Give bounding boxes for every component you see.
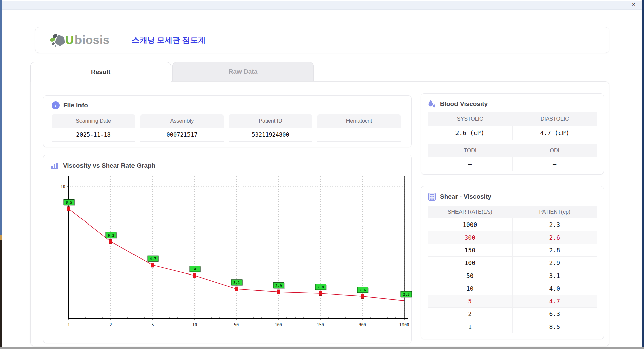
- field-label: Assembly: [140, 114, 224, 128]
- file-info-panel: i File Info Scanning Date 2025-11-18 Ass…: [43, 95, 412, 147]
- window-titlebar: [0, 1, 644, 10]
- shear-viscosity-title-row: Shear - Viscosity: [428, 192, 604, 201]
- x-axis-tick-label: 50: [234, 322, 239, 327]
- file-info-fields: Scanning Date 2025-11-18 Assembly 000721…: [52, 114, 411, 142]
- systolic-diastolic-group: SYSTOLIC DIASTOLIC 2.6 (cP) 4.7 (cP): [428, 112, 597, 140]
- graph-title-row: Viscosity vs Shear Rate Graph: [51, 162, 411, 170]
- file-info-title: File Info: [63, 102, 88, 109]
- blood-drops-icon: [428, 100, 436, 108]
- data-point-marker: [109, 239, 112, 244]
- cell-shear-rate: 100: [428, 257, 513, 269]
- field-value: [317, 128, 401, 142]
- systolic-header: SYSTOLIC: [428, 112, 513, 126]
- data-point-label: 2.9: [275, 284, 282, 288]
- table-row: 26.3: [428, 308, 597, 320]
- shear-viscosity-table: SHEAR RATE(1/s) PATIENT(cp) 10002.33002.…: [428, 206, 597, 333]
- data-point-label: 3.1: [233, 281, 240, 285]
- brand-rest: biosis: [75, 33, 110, 47]
- brand-wordmark: Ubiosis: [65, 33, 110, 47]
- cell-patient: 3.1: [513, 269, 597, 282]
- app-window: × Ubiosis 스캐닝 모세관 점도계 Result Raw Data i: [0, 0, 644, 349]
- cell-shear-rate: 2: [428, 308, 513, 320]
- info-icon: i: [52, 101, 60, 109]
- table-row: 503.1: [428, 269, 597, 282]
- field-value: 2025-11-18: [52, 128, 135, 142]
- data-point-label: 4: [194, 267, 196, 271]
- table-row: 3002.6: [428, 231, 597, 244]
- data-point-label: 2.8: [317, 285, 324, 289]
- column-header-shear-rate: SHEAR RATE(1/s): [428, 206, 513, 218]
- result-tab-content: i File Info Scanning Date 2025-11-18 Ass…: [30, 81, 609, 346]
- data-point-label: 8.5: [66, 200, 72, 205]
- cell-shear-rate: 10: [428, 282, 513, 295]
- ubiosis-logo-icon: [50, 33, 65, 47]
- cell-shear-rate: 300: [428, 231, 513, 244]
- field-scanning-date: Scanning Date 2025-11-18: [52, 114, 135, 142]
- header: Ubiosis 스캐닝 모세관 점도계: [35, 27, 609, 53]
- data-point-marker: [319, 291, 322, 296]
- tab-result[interactable]: Result: [30, 62, 171, 82]
- cell-patient: 6.3: [513, 308, 597, 320]
- data-point-marker: [361, 294, 364, 298]
- todi-value: –: [428, 157, 513, 171]
- bar-chart-icon: [51, 162, 59, 170]
- field-patient-id: Patient ID 53211924800: [229, 114, 312, 142]
- cell-shear-rate: 1000: [428, 218, 513, 231]
- cell-patient: 4.7: [513, 295, 597, 308]
- data-point-marker: [277, 290, 280, 294]
- data-point-marker: [193, 273, 196, 278]
- graph-title: Viscosity vs Shear Rate Graph: [63, 162, 155, 169]
- x-axis-tick-label: 150: [317, 322, 324, 327]
- field-value: 53211924800: [229, 128, 312, 142]
- field-value: 000721517: [140, 128, 224, 142]
- field-assembly: Assembly 000721517: [140, 114, 224, 142]
- x-axis-tick-label: 100: [275, 322, 282, 327]
- odi-header: ODI: [513, 144, 597, 157]
- systolic-value: 2.6 (cP): [428, 126, 513, 140]
- desktop-edge-right: [642, 0, 644, 347]
- field-hematocrit: Hematocrit: [317, 114, 401, 142]
- y-axis-tick-label: 10: [61, 184, 65, 189]
- cell-shear-rate: 1: [428, 320, 513, 333]
- cell-patient: 2.9: [513, 257, 597, 269]
- x-axis-tick-label: 1000: [399, 322, 409, 327]
- taskbar-edge: [0, 347, 644, 349]
- field-label: Hematocrit: [317, 114, 401, 128]
- cell-patient: 2.6: [513, 231, 597, 244]
- todi-odi-group: TODI ODI – –: [428, 144, 597, 171]
- calculator-icon: [428, 192, 436, 201]
- cell-patient: 2.8: [513, 244, 597, 257]
- desktop-edge-left-dark: [0, 240, 2, 347]
- column-header-patient: PATIENT(cp): [513, 206, 597, 218]
- blood-viscosity-title: Blood Viscosity: [440, 100, 488, 108]
- diastolic-value: 4.7 (cP): [513, 126, 597, 140]
- data-point-label: 4.7: [150, 257, 156, 261]
- data-point-label: 2.6: [359, 288, 366, 292]
- x-axis-tick-label: 2: [109, 322, 112, 327]
- cell-shear-rate: 50: [428, 269, 513, 282]
- viscosity-graph-panel: Viscosity vs Shear Rate Graph 1012510501…: [43, 155, 412, 343]
- x-axis-tick-label: 300: [359, 322, 366, 327]
- data-point-marker: [67, 207, 70, 211]
- x-axis-tick-label: 10: [192, 322, 197, 327]
- brand-initial: U: [65, 33, 74, 47]
- field-label: Patient ID: [229, 114, 312, 128]
- cell-patient: 2.3: [513, 218, 597, 231]
- cell-patient: 4.0: [513, 282, 597, 295]
- cell-shear-rate: 150: [428, 244, 513, 257]
- shear-viscosity-title: Shear - Viscosity: [440, 193, 491, 200]
- tab-raw-data[interactable]: Raw Data: [172, 62, 314, 81]
- blood-viscosity-panel: Blood Viscosity SYSTOLIC DIASTOLIC 2.6 (…: [421, 93, 604, 174]
- table-row: 10002.3: [428, 218, 597, 231]
- diastolic-header: DIASTOLIC: [513, 112, 597, 126]
- table-row: 1502.8: [428, 244, 597, 257]
- x-axis-tick-label: 5: [151, 322, 154, 327]
- window-close-button[interactable]: ×: [632, 1, 635, 8]
- file-info-title-row: i File Info: [52, 101, 411, 109]
- data-point-marker: [235, 287, 238, 291]
- desktop-edge-left: [0, 0, 2, 235]
- data-point-marker: [151, 263, 154, 267]
- cell-shear-rate: 5: [428, 295, 513, 308]
- field-label: Scanning Date: [52, 114, 135, 128]
- todi-header: TODI: [428, 144, 513, 157]
